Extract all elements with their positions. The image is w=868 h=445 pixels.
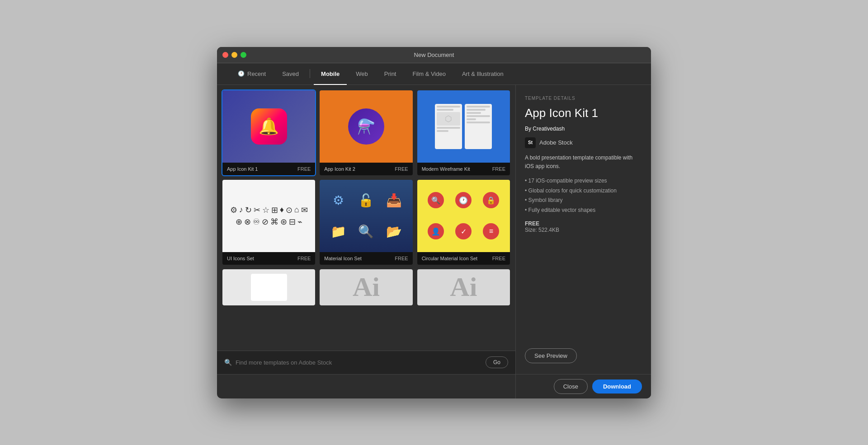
stock-badge: St Adobe Stock (525, 137, 642, 148)
wireframe-screen-2 (465, 104, 492, 149)
template-card-app-icon-kit-2[interactable]: ⚗️ App Icon Kit 2 FREE (320, 90, 412, 175)
tab-recent[interactable]: 🕐 Recent (231, 67, 273, 81)
details-panel: TEMPLATE DETAILS App Icon Kit 1 By Creat… (515, 85, 651, 374)
template-thumb-app-icon-kit-1: 🔔 (222, 90, 315, 163)
close-button[interactable]: Close (554, 379, 588, 394)
card-badge-circular-material-icon-set: FREE (492, 256, 505, 261)
template-card-app-icon-kit-1[interactable]: 🔔 App Icon Kit 1 FREE (222, 90, 315, 175)
circular-icon: 👤 (428, 223, 444, 239)
templates-area: 🔔 App Icon Kit 1 FREE ⚗️ App Icon Kit 2 … (217, 85, 515, 374)
template-card-modern-wireframe-kit[interactable]: ⬡ (417, 90, 510, 175)
template-thumb-ui-icons-set: ⚙ ♪ ↻ ✂ ☆ ⊞ ♦ ⊙ ⌂ ✉ ⊕ ⊗ ♾ ⊘ ⌘ (222, 180, 315, 252)
size-label: Size: 522.4KB (525, 227, 642, 233)
app-icon-kit-2-badge: ⚗️ (348, 108, 384, 145)
ui-icon: ⊞ (271, 205, 278, 215)
material-icon: ⚙ (333, 193, 344, 208)
tab-film-video[interactable]: Film & Video (405, 67, 453, 81)
template-author: By Creativedash (525, 126, 642, 132)
templates-grid: 🔔 App Icon Kit 1 FREE ⚗️ App Icon Kit 2 … (217, 85, 515, 351)
ui-icon: ⊕ (236, 217, 242, 227)
card-name-ui-icons-set: UI Icons Set (227, 256, 254, 261)
tab-bar: 🕐 Recent Saved Mobile Web Print Film & V… (217, 63, 651, 85)
circular-icon: 🔒 (483, 192, 499, 208)
tab-art-illustration-label: Art & Illustration (462, 70, 504, 77)
template-thumb-modern-wireframe-kit: ⬡ (417, 90, 510, 163)
card-name-app-icon-kit-2: App Icon Kit 2 (324, 166, 355, 172)
template-card-partial-2[interactable]: Ai (320, 269, 412, 305)
template-thumb-partial-3: Ai (417, 269, 510, 305)
ui-icon: ⌘ (270, 217, 278, 227)
template-price: FREE Size: 522.4KB (525, 220, 642, 233)
card-badge-app-icon-kit-2: FREE (395, 166, 408, 172)
ui-icon: ⌂ (294, 205, 299, 215)
ui-icon: ♦ (280, 205, 284, 215)
minimize-window-button[interactable] (231, 52, 237, 58)
tab-saved[interactable]: Saved (275, 67, 306, 81)
template-thumb-circular-material-icon-set: 🔍 🕐 🔒 👤 ✓ ≡ (417, 180, 510, 252)
card-name-circular-material-icon-set: Circular Material Icon Set (422, 256, 478, 261)
go-button[interactable]: Go (486, 356, 508, 368)
ui-icon: ♾ (253, 217, 260, 227)
card-name-modern-wireframe-kit: Modern Wireframe Kit (422, 166, 470, 172)
ui-icon: ⚙ (230, 205, 237, 215)
tab-art-illustration[interactable]: Art & Illustration (455, 67, 511, 81)
partial-screen (251, 274, 287, 301)
ui-icon: ⊙ (286, 205, 292, 215)
tab-mobile-label: Mobile (321, 70, 340, 77)
wireframe-screen-1: ⬡ (435, 104, 462, 149)
actions-section: Close Download (515, 375, 651, 398)
template-description: A bold presentation template compatible … (525, 154, 642, 171)
download-button[interactable]: Download (592, 379, 642, 393)
price-label: FREE (525, 220, 642, 227)
card-badge-ui-icons-set: FREE (297, 256, 311, 261)
wf-line (437, 130, 448, 132)
ui-icon: ♪ (239, 205, 243, 215)
wf-line (467, 122, 490, 123)
maximize-window-button[interactable] (241, 52, 246, 58)
search-input[interactable] (236, 359, 480, 366)
template-card-material-icon-set[interactable]: ⚙ 🔓 📥 📁 🔍 📂 Material Icon Set FREE (320, 180, 412, 265)
template-bullets: 17 iOS-compatible preview sizes Global c… (525, 176, 642, 215)
bullet-3: Symbol library (525, 196, 642, 206)
tab-recent-label: Recent (247, 70, 266, 77)
stock-icon: St (525, 137, 536, 148)
search-icon: 🔍 (224, 359, 232, 366)
ui-icon: ✂ (254, 205, 260, 215)
material-icon: 🔍 (358, 224, 374, 239)
material-icon: 📂 (386, 224, 402, 239)
author-prefix: By (525, 126, 533, 132)
ui-icon: ↻ (245, 205, 252, 215)
template-thumb-partial-1 (222, 269, 315, 305)
wf-line (467, 115, 490, 117)
ui-icon: ⊗ (244, 217, 251, 227)
template-card-circular-material-icon-set[interactable]: 🔍 🕐 🔒 👤 ✓ ≡ Circular Material Icon Set F… (417, 180, 510, 265)
tab-print-label: Print (384, 70, 396, 77)
title-bar: New Document (217, 47, 651, 63)
window-title: New Document (414, 52, 454, 58)
tab-print[interactable]: Print (377, 67, 404, 81)
ui-icon: ⊛ (280, 217, 287, 227)
main-layout: 🔔 App Icon Kit 1 FREE ⚗️ App Icon Kit 2 … (217, 85, 651, 374)
template-card-partial-3[interactable]: Ai (417, 269, 510, 305)
ui-icon: ⌁ (297, 217, 302, 227)
material-icon: 📁 (330, 224, 346, 239)
template-card-partial-1[interactable] (222, 269, 315, 305)
tab-web[interactable]: Web (349, 67, 375, 81)
circular-icon: 🔍 (428, 192, 444, 208)
bottom-section: Close Download (217, 374, 651, 398)
material-icon: 📥 (386, 193, 402, 208)
tab-mobile[interactable]: Mobile (314, 67, 347, 81)
wf-line (437, 106, 460, 108)
card-label-modern-wireframe-kit: Modern Wireframe Kit FREE (417, 163, 510, 175)
circular-icon: ≡ (483, 223, 499, 239)
circular-icon: 🕐 (455, 192, 472, 208)
template-details-label: TEMPLATE DETAILS (525, 96, 642, 101)
wf-box: ⬡ (437, 112, 460, 126)
author-name: Creativedash (533, 126, 565, 132)
ai-text: Ai (353, 272, 380, 303)
see-preview-button[interactable]: See Preview (525, 348, 577, 363)
close-window-button[interactable] (222, 52, 228, 58)
template-card-ui-icons-set[interactable]: ⚙ ♪ ↻ ✂ ☆ ⊞ ♦ ⊙ ⌂ ✉ ⊕ ⊗ ♾ ⊘ ⌘ (222, 180, 315, 265)
wf-hex: ⬡ (445, 114, 452, 124)
new-document-window: New Document 🕐 Recent Saved Mobile Web P… (217, 47, 651, 398)
